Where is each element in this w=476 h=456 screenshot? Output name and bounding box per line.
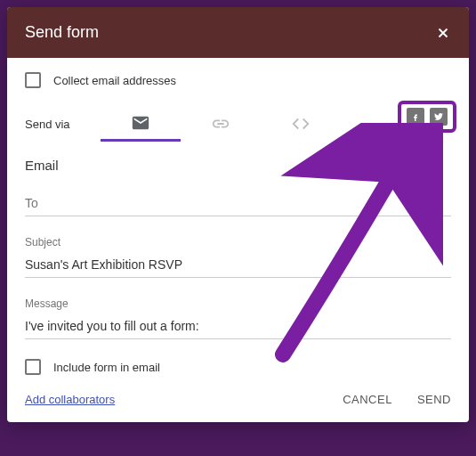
close-icon — [435, 25, 451, 41]
twitter-icon — [433, 111, 444, 122]
message-label: Message — [25, 297, 451, 310]
code-icon — [291, 114, 311, 134]
facebook-icon — [410, 111, 421, 122]
include-form-row: Include form in email — [25, 359, 451, 375]
email-section-title: Email — [25, 158, 451, 173]
cancel-button[interactable]: CANCEL — [343, 393, 392, 406]
subject-label: Subject — [25, 236, 451, 248]
tab-email[interactable] — [101, 106, 181, 142]
social-share-highlight — [398, 101, 456, 133]
envelope-icon — [131, 113, 150, 133]
subject-input[interactable] — [25, 254, 451, 278]
twitter-share-button[interactable] — [430, 108, 448, 126]
dialog-header: Send form — [7, 7, 469, 58]
tab-embed[interactable] — [261, 106, 341, 142]
collect-emails-checkbox[interactable] — [25, 72, 41, 88]
dialog-content: Collect email addresses Send via — [7, 58, 469, 422]
to-field — [25, 192, 451, 216]
include-form-label: Include form in email — [53, 361, 160, 374]
send-form-dialog: Send form Collect email addresses Send v… — [7, 7, 469, 422]
send-via-label: Send via — [25, 118, 101, 131]
send-button[interactable]: SEND — [417, 393, 451, 406]
tab-link[interactable] — [181, 106, 261, 142]
send-via-row: Send via — [25, 106, 451, 142]
dialog-footer: Add collaborators CANCEL SEND — [25, 393, 451, 406]
facebook-share-button[interactable] — [407, 108, 424, 126]
add-collaborators-link[interactable]: Add collaborators — [25, 393, 115, 406]
collect-emails-label: Collect email addresses — [53, 74, 176, 87]
footer-buttons: CANCEL SEND — [343, 393, 451, 406]
collect-emails-row: Collect email addresses — [25, 72, 451, 88]
include-form-checkbox[interactable] — [25, 359, 41, 375]
subject-field: Subject — [25, 236, 451, 278]
dialog-title: Send form — [25, 23, 99, 42]
to-input[interactable] — [25, 192, 451, 216]
close-button[interactable] — [435, 25, 451, 41]
message-input[interactable] — [25, 315, 451, 339]
message-field: Message — [25, 297, 451, 339]
link-icon — [211, 114, 230, 134]
